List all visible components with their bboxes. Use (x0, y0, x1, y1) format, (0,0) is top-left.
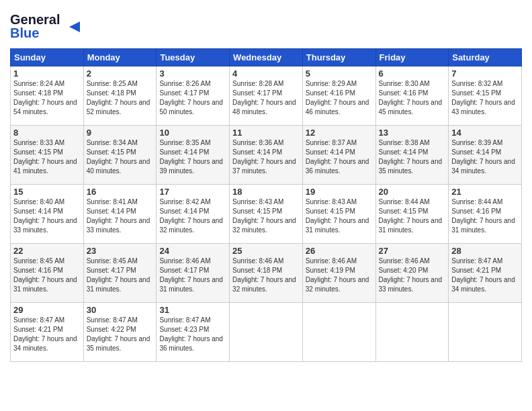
day-cell: 27Sunrise: 8:46 AMSunset: 4:20 PMDayligh… (375, 244, 449, 303)
day-info: Sunrise: 8:47 AMSunset: 4:21 PMDaylight:… (13, 316, 81, 353)
day-cell: 20Sunrise: 8:44 AMSunset: 4:15 PMDayligh… (375, 185, 449, 244)
day-cell: 7Sunrise: 8:32 AMSunset: 4:15 PMDaylight… (449, 66, 522, 126)
day-info: Sunrise: 8:44 AMSunset: 4:15 PMDaylight:… (379, 197, 446, 235)
day-cell: 1Sunrise: 8:24 AMSunset: 4:18 PMDaylight… (11, 66, 84, 126)
header: General Blue (10, 7, 522, 44)
day-cell: 30Sunrise: 8:47 AMSunset: 4:22 PMDayligh… (83, 303, 157, 362)
day-number: 13 (379, 128, 446, 138)
day-cell: 2Sunrise: 8:25 AMSunset: 4:18 PMDaylight… (83, 66, 157, 126)
day-header-monday: Monday (83, 49, 157, 66)
day-cell: 13Sunrise: 8:38 AMSunset: 4:14 PMDayligh… (375, 126, 449, 185)
day-number: 1 (13, 68, 81, 79)
day-number: 2 (87, 68, 154, 79)
day-info: Sunrise: 8:24 AMSunset: 4:18 PMDaylight:… (13, 79, 81, 117)
day-info: Sunrise: 8:43 AMSunset: 4:15 PMDaylight:… (232, 197, 300, 235)
day-number: 31 (159, 305, 226, 315)
day-info: Sunrise: 8:42 AMSunset: 4:14 PMDaylight:… (159, 197, 226, 235)
day-number: 20 (379, 187, 446, 197)
day-info: Sunrise: 8:37 AMSunset: 4:14 PMDaylight:… (306, 138, 373, 176)
day-number: 25 (232, 246, 300, 256)
day-info: Sunrise: 8:47 AMSunset: 4:22 PMDaylight:… (87, 316, 154, 353)
day-info: Sunrise: 8:40 AMSunset: 4:14 PMDaylight:… (13, 197, 81, 235)
day-info: Sunrise: 8:38 AMSunset: 4:14 PMDaylight:… (379, 138, 446, 176)
day-info: Sunrise: 8:30 AMSunset: 4:16 PMDaylight:… (379, 79, 446, 117)
day-cell: 8Sunrise: 8:33 AMSunset: 4:15 PMDaylight… (11, 126, 84, 185)
day-info: Sunrise: 8:46 AMSunset: 4:18 PMDaylight:… (232, 257, 300, 294)
day-header-wednesday: Wednesday (230, 49, 303, 66)
week-row-1: 1Sunrise: 8:24 AMSunset: 4:18 PMDaylight… (11, 66, 522, 126)
day-info: Sunrise: 8:46 AMSunset: 4:20 PMDaylight:… (379, 257, 446, 294)
day-info: Sunrise: 8:29 AMSunset: 4:16 PMDaylight:… (306, 79, 373, 117)
day-cell: 25Sunrise: 8:46 AMSunset: 4:18 PMDayligh… (230, 244, 303, 303)
day-cell (302, 303, 375, 362)
day-cell (449, 303, 522, 362)
day-number: 19 (306, 187, 373, 197)
day-number: 23 (87, 246, 154, 256)
day-cell: 21Sunrise: 8:44 AMSunset: 4:16 PMDayligh… (449, 185, 522, 244)
day-cell: 26Sunrise: 8:46 AMSunset: 4:19 PMDayligh… (302, 244, 375, 303)
day-number: 18 (232, 187, 300, 197)
day-cell: 12Sunrise: 8:37 AMSunset: 4:14 PMDayligh… (302, 126, 375, 185)
day-number: 17 (159, 187, 226, 197)
day-header-tuesday: Tuesday (157, 49, 230, 66)
day-number: 5 (306, 68, 373, 79)
day-number: 24 (159, 246, 226, 256)
day-info: Sunrise: 8:47 AMSunset: 4:23 PMDaylight:… (159, 316, 226, 353)
day-cell: 19Sunrise: 8:43 AMSunset: 4:15 PMDayligh… (302, 185, 375, 244)
day-number: 12 (306, 128, 373, 138)
day-cell: 10Sunrise: 8:35 AMSunset: 4:14 PMDayligh… (157, 126, 230, 185)
day-cell: 24Sunrise: 8:46 AMSunset: 4:17 PMDayligh… (157, 244, 230, 303)
day-number: 14 (451, 128, 519, 138)
day-number: 26 (306, 246, 373, 256)
day-info: Sunrise: 8:35 AMSunset: 4:14 PMDaylight:… (159, 138, 226, 176)
page: General Blue SundayMondayTuesdayWednesda… (0, 0, 532, 369)
day-info: Sunrise: 8:36 AMSunset: 4:14 PMDaylight:… (232, 138, 300, 176)
day-number: 22 (13, 246, 81, 256)
day-info: Sunrise: 8:25 AMSunset: 4:18 PMDaylight:… (87, 79, 154, 117)
day-header-saturday: Saturday (449, 49, 522, 66)
calendar-table: SundayMondayTuesdayWednesdayThursdayFrid… (10, 48, 522, 362)
day-number: 8 (13, 128, 81, 138)
day-number: 7 (451, 68, 519, 79)
day-cell: 18Sunrise: 8:43 AMSunset: 4:15 PMDayligh… (230, 185, 303, 244)
calendar-header-row: SundayMondayTuesdayWednesdayThursdayFrid… (11, 49, 522, 66)
day-number: 30 (87, 305, 154, 315)
day-cell: 3Sunrise: 8:26 AMSunset: 4:17 PMDaylight… (157, 66, 230, 126)
day-header-thursday: Thursday (302, 49, 375, 66)
day-number: 11 (232, 128, 300, 138)
svg-text:Blue: Blue (10, 26, 39, 40)
day-number: 6 (379, 68, 446, 79)
week-row-3: 15Sunrise: 8:40 AMSunset: 4:14 PMDayligh… (11, 185, 522, 244)
day-info: Sunrise: 8:33 AMSunset: 4:15 PMDaylight:… (13, 138, 81, 176)
day-cell: 16Sunrise: 8:41 AMSunset: 4:14 PMDayligh… (83, 185, 157, 244)
day-number: 16 (87, 187, 154, 197)
day-number: 21 (451, 187, 519, 197)
day-number: 27 (379, 246, 446, 256)
day-cell: 5Sunrise: 8:29 AMSunset: 4:16 PMDaylight… (302, 66, 375, 126)
day-cell: 4Sunrise: 8:28 AMSunset: 4:17 PMDaylight… (230, 66, 303, 126)
week-row-2: 8Sunrise: 8:33 AMSunset: 4:15 PMDaylight… (11, 126, 522, 185)
day-cell: 29Sunrise: 8:47 AMSunset: 4:21 PMDayligh… (11, 303, 84, 362)
day-cell: 6Sunrise: 8:30 AMSunset: 4:16 PMDaylight… (375, 66, 449, 126)
day-cell (230, 303, 303, 362)
logo: General Blue (10, 9, 84, 44)
day-cell: 31Sunrise: 8:47 AMSunset: 4:23 PMDayligh… (157, 303, 230, 362)
day-info: Sunrise: 8:28 AMSunset: 4:17 PMDaylight:… (232, 79, 300, 117)
day-info: Sunrise: 8:26 AMSunset: 4:17 PMDaylight:… (159, 79, 226, 117)
day-info: Sunrise: 8:46 AMSunset: 4:19 PMDaylight:… (306, 257, 373, 294)
day-info: Sunrise: 8:34 AMSunset: 4:15 PMDaylight:… (87, 138, 154, 176)
day-info: Sunrise: 8:39 AMSunset: 4:14 PMDaylight:… (451, 138, 519, 176)
day-info: Sunrise: 8:47 AMSunset: 4:21 PMDaylight:… (451, 257, 519, 294)
day-info: Sunrise: 8:44 AMSunset: 4:16 PMDaylight:… (451, 197, 519, 235)
day-cell: 9Sunrise: 8:34 AMSunset: 4:15 PMDaylight… (83, 126, 157, 185)
day-header-sunday: Sunday (11, 49, 84, 66)
day-cell: 11Sunrise: 8:36 AMSunset: 4:14 PMDayligh… (230, 126, 303, 185)
day-number: 3 (159, 68, 226, 79)
week-row-5: 29Sunrise: 8:47 AMSunset: 4:21 PMDayligh… (11, 303, 522, 362)
day-info: Sunrise: 8:43 AMSunset: 4:15 PMDaylight:… (306, 197, 373, 235)
day-number: 9 (87, 128, 154, 138)
day-number: 15 (13, 187, 81, 197)
day-info: Sunrise: 8:46 AMSunset: 4:17 PMDaylight:… (159, 257, 226, 294)
day-info: Sunrise: 8:45 AMSunset: 4:17 PMDaylight:… (87, 257, 154, 294)
day-cell: 17Sunrise: 8:42 AMSunset: 4:14 PMDayligh… (157, 185, 230, 244)
